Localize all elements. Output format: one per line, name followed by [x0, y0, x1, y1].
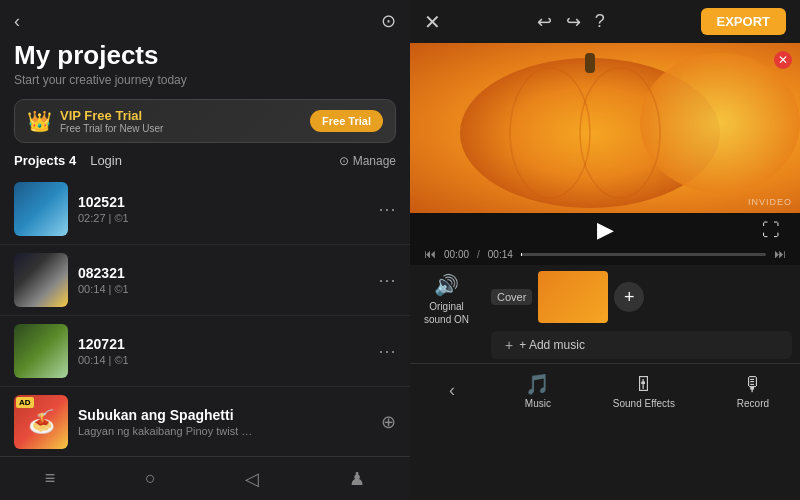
project-thumbnail [14, 182, 68, 236]
remove-watermark-button[interactable]: ✕ [774, 51, 792, 69]
add-music-label: + Add music [519, 338, 585, 352]
list-item[interactable]: 102521 02:27 | ©1 ⋯ [0, 174, 410, 245]
help-icon[interactable]: ? [595, 11, 605, 32]
vip-text: VIP Free Trial Free Trial for New User [60, 108, 163, 134]
project-name: 102521 [78, 194, 368, 210]
cover-label: Cover [491, 289, 532, 305]
ad-badge: AD [16, 397, 34, 408]
sound-label: Originalsound ON [424, 300, 469, 326]
project-thumbnail: AD 🍝 [14, 395, 68, 449]
export-button[interactable]: EXPORT [701, 8, 786, 35]
list-item[interactable]: 082321 00:14 | ©1 ⋯ [0, 245, 410, 316]
clip-row: Cover + [483, 265, 800, 327]
settings-icon[interactable]: ⊙ [381, 10, 396, 32]
left-header: ‹ ⊙ [0, 0, 410, 36]
fullscreen-button[interactable]: ⛶ [762, 220, 780, 241]
project-list: 102521 02:27 | ©1 ⋯ 082321 00:14 | ©1 ⋯ … [0, 174, 410, 500]
project-name: 082321 [78, 265, 368, 281]
skip-fwd-icon[interactable]: ⏭ [774, 247, 786, 261]
timeline-progress [521, 253, 522, 256]
sound-panel: 🔊 Originalsound ON [410, 265, 483, 334]
project-name: Subukan ang Spaghetti [78, 407, 371, 423]
project-meta: 00:14 | ©1 [78, 283, 368, 295]
project-more-icon[interactable]: ⋯ [378, 198, 396, 220]
projects-nav: Projects 4 Login ⊙ Manage [0, 151, 410, 174]
project-thumbnail [14, 324, 68, 378]
toolbar-item-record[interactable]: 🎙 Record [737, 373, 769, 409]
music-label: Music [525, 398, 551, 409]
record-icon: 🎙 [743, 373, 763, 396]
svg-rect-2 [585, 53, 595, 73]
clip-editor-row: 🔊 Originalsound ON Cover + + + Add music [410, 265, 800, 363]
project-info: 082321 00:14 | ©1 [78, 265, 368, 295]
total-time: 00:14 [488, 249, 513, 260]
project-meta: Lagyan ng kakaibang Pinoy twist and p... [78, 425, 258, 437]
video-preview: ✕ INVIDEO [410, 43, 800, 213]
video-frame [410, 43, 800, 213]
right-header: ✕ ↩ ↪ ? EXPORT [410, 0, 800, 43]
vip-subtitle: Free Trial for New User [60, 123, 163, 134]
project-info: 120721 00:14 | ©1 [78, 336, 368, 366]
vip-title: VIP Free Trial [60, 108, 163, 123]
toolbar-item-sound-effects[interactable]: 🎚 Sound Effects [613, 373, 675, 409]
manage-button[interactable]: ⊙ Manage [339, 154, 396, 168]
add-clip-button[interactable]: + [614, 282, 644, 312]
sound-effects-icon: 🎚 [634, 373, 654, 396]
add-music-icon: + [505, 337, 513, 353]
sound-effects-label: Sound Effects [613, 398, 675, 409]
timeline-bar: ⏮ 00:00 / 00:14 ⏭ [410, 245, 800, 265]
right-panel: ✕ ↩ ↪ ? EXPORT [410, 0, 800, 500]
collapse-button[interactable]: ‹ [441, 380, 463, 401]
redo-icon[interactable]: ↪ [566, 11, 581, 33]
vip-banner-left: 👑 VIP Free Trial Free Trial for New User [27, 108, 163, 134]
time-separator: / [477, 249, 480, 260]
header-icons: ↩ ↪ ? [537, 11, 605, 33]
login-button[interactable]: Login [90, 153, 122, 168]
svg-point-1 [640, 53, 800, 193]
free-trial-button[interactable]: Free Trial [310, 110, 383, 132]
project-info: Subukan ang Spaghetti Lagyan ng kakaiban… [78, 407, 371, 437]
nav-profile-icon[interactable]: ♟ [349, 468, 365, 490]
current-time: 00:00 [444, 249, 469, 260]
clips-section: Cover + + + Add music [483, 265, 800, 363]
editor-area: 🔊 Originalsound ON Cover + + + Add music [410, 265, 800, 500]
project-ad-icon[interactable]: ⊕ [381, 411, 396, 433]
clip-thumbnail[interactable] [538, 271, 608, 323]
undo-icon[interactable]: ↩ [537, 11, 552, 33]
project-name: 120721 [78, 336, 368, 352]
project-info: 102521 02:27 | ©1 [78, 194, 368, 224]
bottom-navigation: ≡ ○ ◁ ♟ [0, 456, 410, 500]
list-item[interactable]: 120721 00:14 | ©1 ⋯ [0, 316, 410, 387]
toolbar-item-music[interactable]: 🎵 Music [525, 372, 551, 409]
project-more-icon[interactable]: ⋯ [378, 340, 396, 362]
project-thumbnail [14, 253, 68, 307]
page-subtitle: Start your creative journey today [14, 73, 396, 87]
record-label: Record [737, 398, 769, 409]
nav-menu-icon[interactable]: ≡ [45, 468, 56, 489]
nav-home-icon[interactable]: ○ [145, 468, 156, 489]
list-item[interactable]: AD 🍝 Subukan ang Spaghetti Lagyan ng kak… [0, 387, 410, 458]
skip-back-icon[interactable]: ⏮ [424, 247, 436, 261]
project-meta: 02:27 | ©1 [78, 212, 368, 224]
projects-count: Projects 4 [14, 153, 76, 168]
sound-icon: 🔊 [434, 273, 459, 297]
bottom-toolbar: ‹ 🎵 Music 🎚 Sound Effects 🎙 Record [410, 363, 800, 417]
music-icon: 🎵 [525, 372, 550, 396]
back-button[interactable]: ‹ [14, 11, 20, 32]
timeline-track[interactable] [521, 253, 766, 256]
project-more-icon[interactable]: ⋯ [378, 269, 396, 291]
left-panel: ‹ ⊙ My projects Start your creative jour… [0, 0, 410, 500]
add-music-button[interactable]: + + Add music [491, 331, 792, 359]
page-title: My projects [14, 40, 396, 71]
vip-banner[interactable]: 👑 VIP Free Trial Free Trial for New User… [14, 99, 396, 143]
play-button[interactable]: ▶ [597, 217, 614, 243]
pumpkin-svg [410, 43, 800, 213]
project-meta: 00:14 | ©1 [78, 354, 368, 366]
play-area: ▶ ⛶ [410, 213, 800, 245]
watermark-text: INVIDEO [748, 197, 792, 207]
crown-icon: 👑 [27, 109, 52, 133]
projects-title-area: My projects Start your creative journey … [0, 36, 410, 93]
close-button[interactable]: ✕ [424, 10, 441, 34]
nav-back-icon[interactable]: ◁ [245, 468, 259, 490]
